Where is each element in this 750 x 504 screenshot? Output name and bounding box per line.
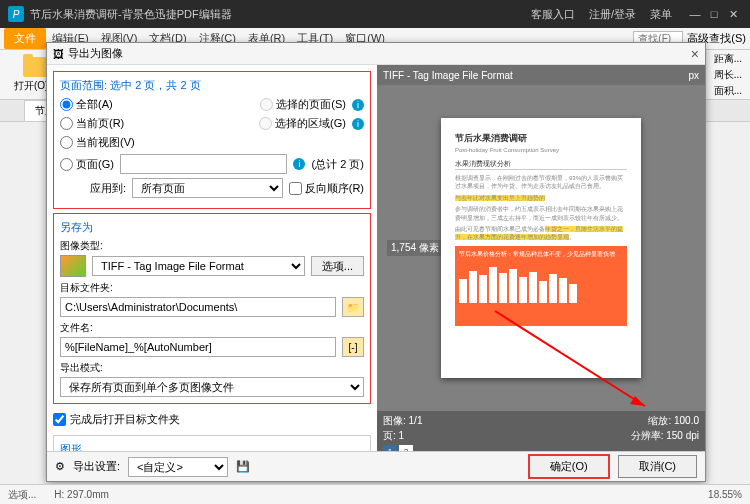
maximize-icon[interactable]: □ — [705, 8, 723, 21]
tool-distance[interactable]: 距离... — [714, 52, 742, 66]
app-icon: P — [8, 6, 24, 22]
options-link[interactable]: 选项... — [8, 488, 36, 502]
info-icon[interactable]: i — [293, 158, 305, 170]
pages-input[interactable] — [120, 154, 288, 174]
page-range-title: 页面范围: 选中 2 页，共 2 页 — [60, 78, 364, 93]
page-range-group: 页面范围: 选中 2 页，共 2 页 全部(A) 选择的页面(S) i 当前页(… — [53, 71, 371, 209]
export-mode-select[interactable]: 保存所有页面到单个多页图像文件 — [60, 377, 364, 397]
options-button[interactable]: 选项... — [311, 256, 364, 276]
preview-header: TIFF - Tag Image File Format px — [377, 65, 705, 85]
menu-link[interactable]: 菜单 — [650, 7, 672, 22]
file-menu[interactable]: 文件 — [4, 28, 46, 49]
image-icon: 🖼 — [53, 48, 64, 60]
close-icon[interactable]: ✕ — [724, 8, 742, 21]
status-bar: 选项... H: 297.0mm 18.55% — [0, 484, 750, 504]
radio-selected-area[interactable]: 选择的区域(G) — [259, 116, 346, 131]
save-settings-icon[interactable]: 💾 — [236, 460, 250, 473]
preview-page: 节后水果消费调研 Post-holiday Fruit Consumption … — [441, 118, 641, 378]
filename-input[interactable] — [60, 337, 336, 357]
dialog-footer: ⚙ 导出设置: <自定义> 💾 确定(O) 取消(C) — [47, 451, 705, 481]
info-icon[interactable]: i — [352, 99, 364, 111]
tool-area[interactable]: 面积... — [714, 84, 742, 98]
info-icon[interactable]: i — [352, 118, 364, 130]
window-title: 节后水果消费调研-背景色迅捷PDF编辑器 — [30, 7, 531, 22]
tool-perimeter[interactable]: 周长... — [714, 68, 742, 82]
browse-folder-icon[interactable]: 📁 — [342, 297, 364, 317]
gear-icon[interactable]: ⚙ — [55, 460, 65, 473]
radio-pages[interactable]: 页面(G) — [60, 157, 114, 172]
preview-area: 1,240 像素 1,754 像素 节后水果消费调研 Post-holiday … — [377, 85, 705, 411]
preview-panel: TIFF - Tag Image File Format px 1,240 像素… — [377, 65, 705, 451]
dialog-titlebar: 🖼 导出为图像 × — [47, 43, 705, 65]
ok-button[interactable]: 确定(O) — [528, 454, 610, 479]
settings-panel: 页面范围: 选中 2 页，共 2 页 全部(A) 选择的页面(S) i 当前页(… — [47, 65, 377, 451]
apply-to-select[interactable]: 所有页面 — [132, 178, 283, 198]
height-label: 1,754 像素 — [387, 240, 443, 256]
svg-marker-1 — [630, 396, 645, 406]
radio-current[interactable]: 当前页(R) — [60, 116, 124, 131]
minimize-icon[interactable]: — — [686, 8, 704, 21]
open-after-checkbox[interactable]: 完成后打开目标文件夹 — [53, 412, 371, 427]
macro-icon[interactable]: [-] — [342, 337, 364, 357]
format-icon — [60, 255, 86, 277]
radio-current-view[interactable]: 当前视图(V) — [60, 135, 135, 150]
login-link[interactable]: 注册/登录 — [589, 7, 636, 22]
radio-selected-pages[interactable]: 选择的页面(S) — [260, 97, 346, 112]
radio-all[interactable]: 全部(A) — [60, 97, 113, 112]
cancel-button[interactable]: 取消(C) — [618, 455, 697, 478]
dialog-close-icon[interactable]: × — [691, 46, 699, 62]
export-settings-select[interactable]: <自定义> — [128, 457, 228, 477]
graphics-group: 图形 页面缩放: 100% 水平分辨率: 150 dpi ⬚ 页面背景: 垂直分… — [53, 435, 371, 451]
folder-input[interactable] — [60, 297, 336, 317]
preview-footer: 图像: 1/1缩放: 100.0 页: 1分辨率: 150 dpi 1 2 — [377, 411, 705, 451]
titlebar: P 节后水果消费调研-背景色迅捷PDF编辑器 客服入口 注册/登录 菜单 — □… — [0, 0, 750, 28]
export-dialog: 🖼 导出为图像 × 页面范围: 选中 2 页，共 2 页 全部(A) 选择的页面… — [46, 42, 706, 482]
reverse-checkbox[interactable]: 反向顺序(R) — [289, 181, 364, 196]
format-select[interactable]: TIFF - Tag Image File Format — [92, 256, 305, 276]
save-as-title: 另存为 — [60, 220, 364, 235]
save-as-group: 另存为 图像类型: TIFF - Tag Image File Format 选… — [53, 213, 371, 404]
service-link[interactable]: 客服入口 — [531, 7, 575, 22]
folder-icon — [23, 57, 47, 77]
